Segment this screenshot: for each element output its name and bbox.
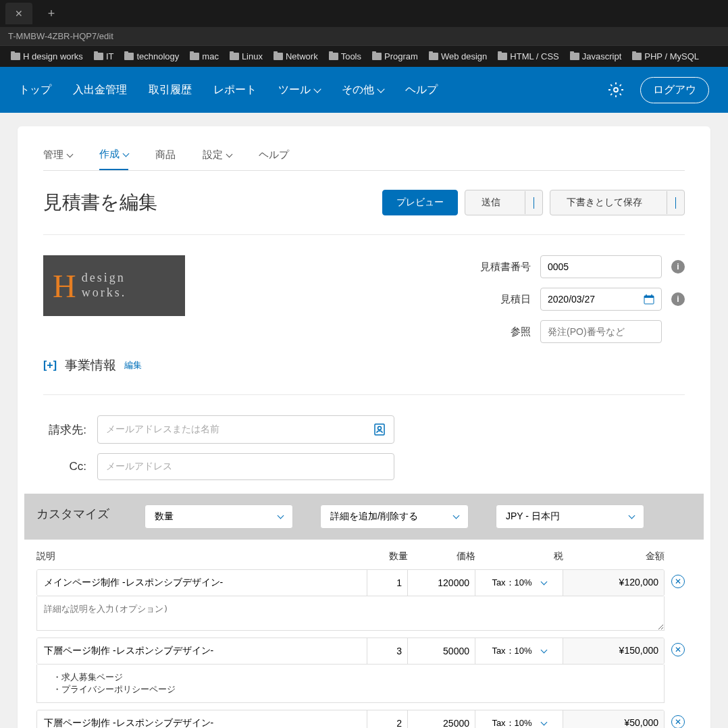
item-tax-select[interactable]: Tax：10% [475, 638, 563, 664]
col-amount: 金額 [563, 550, 665, 563]
item-amount: ¥50,000 [563, 710, 664, 728]
detail-select[interactable]: 詳細を追加/削除する [320, 504, 469, 529]
bookmark-item[interactable]: H design works [11, 51, 83, 61]
item-amount: ¥120,000 [563, 570, 664, 596]
delete-item-button[interactable]: ✕ [671, 715, 685, 728]
nav-other[interactable]: その他 [342, 83, 384, 97]
browser-new-tab[interactable]: + [38, 3, 65, 24]
chevron-down-icon [540, 647, 547, 654]
folder-icon [124, 53, 134, 60]
quote-date-input[interactable]: 2020/03/27 [540, 288, 662, 311]
reference-input[interactable] [540, 320, 662, 343]
tab-products[interactable]: 商品 [155, 148, 176, 170]
svg-point-6 [378, 427, 382, 430]
bookmark-item[interactable]: Linux [230, 51, 263, 61]
gear-icon[interactable] [608, 82, 624, 98]
svg-rect-2 [644, 296, 654, 298]
quantity-select[interactable]: 数量 [145, 504, 293, 529]
bookmark-item[interactable]: PHP / MySQL [632, 51, 699, 61]
chevron-down-icon [123, 150, 130, 157]
item-amount: ¥150,000 [563, 638, 664, 664]
quote-number-input[interactable] [540, 255, 662, 278]
quote-date-label: 見積日 [470, 293, 531, 306]
folder-icon [329, 53, 338, 60]
delete-item-button[interactable]: ✕ [671, 575, 685, 588]
bookmark-item[interactable]: Program [372, 51, 418, 61]
folder-icon [570, 53, 579, 60]
bill-to-label: 請求先: [43, 422, 86, 438]
bill-to-input[interactable]: メールアドレスまたは名前 [97, 415, 394, 444]
line-item-row: Tax：10% ¥120,000 ✕ [24, 569, 704, 638]
bookmark-item[interactable]: Network [274, 51, 318, 61]
tab-manage[interactable]: 管理 [43, 148, 72, 170]
nav-history[interactable]: 取引履歴 [149, 83, 192, 97]
reference-label: 参照 [470, 326, 531, 338]
logout-button[interactable]: ログアウ [640, 77, 709, 103]
chevron-down-icon [453, 513, 460, 519]
company-logo: H designworks. [43, 255, 185, 316]
preview-button[interactable]: プレビュー [382, 190, 458, 215]
cc-input[interactable]: メールアドレス [97, 453, 394, 480]
info-icon[interactable]: i [671, 260, 685, 274]
item-detail-input[interactable]: ・求人募集ページ ・プライバシーポリシーページ [36, 665, 665, 703]
customize-label: カスタマイズ [36, 504, 118, 524]
nav-tools[interactable]: ツール [278, 83, 320, 97]
items-header: 説明 数量 価格 税 金額 [24, 540, 704, 569]
bookmark-item[interactable]: mac [190, 51, 219, 61]
item-description-input[interactable] [37, 710, 367, 728]
col-tax: 税 [475, 550, 563, 563]
bookmark-item[interactable]: Tools [329, 51, 361, 61]
sub-tabs: 管理 作成 商品 設定 ヘルプ [43, 148, 685, 171]
chevron-down-icon [278, 513, 284, 519]
expand-icon[interactable]: [+] [43, 359, 57, 371]
item-price-input[interactable] [407, 638, 475, 664]
nav-deposit[interactable]: 入出金管理 [73, 83, 127, 97]
col-quantity: 数量 [367, 550, 408, 563]
item-price-input[interactable] [407, 570, 475, 596]
folder-icon [190, 53, 199, 60]
nav-help[interactable]: ヘルプ [405, 83, 438, 97]
item-tax-select[interactable]: Tax：10% [475, 710, 563, 728]
browser-url-bar[interactable]: T-MMBW-4ZBR-HQP7/edit [0, 27, 728, 45]
svg-point-0 [614, 88, 618, 92]
line-item-row: Tax：10% ¥50,000 ✕ [24, 710, 704, 728]
folder-icon [230, 53, 239, 60]
tab-settings[interactable]: 設定 [203, 148, 232, 170]
item-quantity-input[interactable] [367, 570, 407, 596]
bookmark-item[interactable]: technology [124, 51, 179, 61]
bookmark-item[interactable]: Web design [429, 51, 487, 61]
bookmark-item[interactable]: IT [94, 51, 114, 61]
browser-tab-close[interactable]: ✕ [5, 3, 32, 24]
item-description-input[interactable] [37, 570, 367, 596]
save-draft-button[interactable]: 下書きとして保存 [550, 190, 685, 215]
edit-link[interactable]: 編集 [124, 359, 142, 371]
item-tax-select[interactable]: Tax：10% [475, 570, 563, 596]
item-detail-input[interactable] [36, 596, 665, 631]
bookmark-item[interactable]: Javascript [570, 51, 622, 61]
contact-icon [373, 423, 386, 436]
nav-top[interactable]: トップ [19, 83, 51, 97]
chevron-down-icon[interactable] [667, 191, 684, 214]
nav-report[interactable]: レポート [213, 83, 257, 97]
folder-icon [274, 53, 283, 60]
delete-item-button[interactable]: ✕ [671, 643, 685, 656]
item-price-input[interactable] [407, 710, 475, 728]
send-button[interactable]: 送信 [465, 190, 543, 215]
bookmark-bar: H design works IT technology mac Linux N… [0, 45, 728, 67]
tab-help[interactable]: ヘルプ [259, 148, 289, 170]
browser-tab-bar: ✕ + [0, 0, 728, 27]
chevron-down-icon [67, 151, 74, 157]
calendar-icon [644, 294, 654, 305]
tab-create[interactable]: 作成 [99, 148, 128, 170]
chevron-down-icon [377, 85, 384, 93]
chevron-down-icon [313, 85, 321, 93]
item-quantity-input[interactable] [367, 710, 407, 728]
chevron-down-icon [540, 579, 547, 586]
info-icon[interactable]: i [671, 292, 685, 306]
cc-label: Cc: [43, 460, 86, 473]
bookmark-item[interactable]: HTML / CSS [498, 51, 558, 61]
chevron-down-icon[interactable] [525, 191, 542, 214]
item-description-input[interactable] [37, 638, 367, 664]
item-quantity-input[interactable] [367, 638, 407, 664]
currency-select[interactable]: JPY - 日本円 [496, 504, 644, 529]
